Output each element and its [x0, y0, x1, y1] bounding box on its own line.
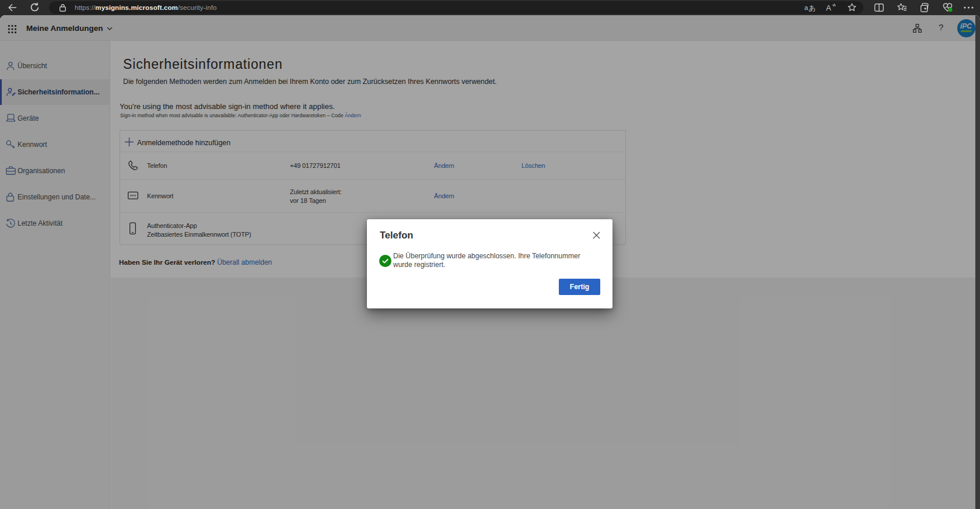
svg-text:a: a — [804, 4, 808, 11]
svg-text:あ: あ — [808, 4, 816, 12]
svg-text:A: A — [826, 3, 831, 12]
